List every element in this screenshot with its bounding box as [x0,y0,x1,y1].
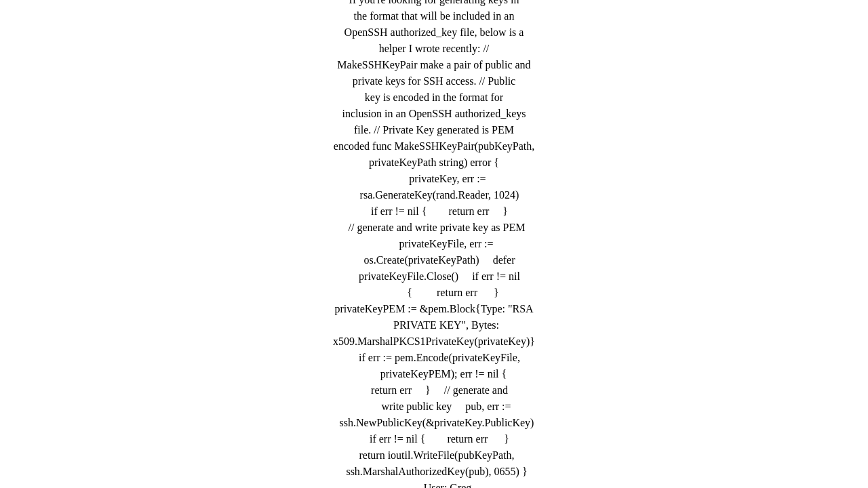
code-text: If you're looking for generating keys in… [333,0,535,488]
main-content: If you're looking for generating keys in… [333,0,535,488]
